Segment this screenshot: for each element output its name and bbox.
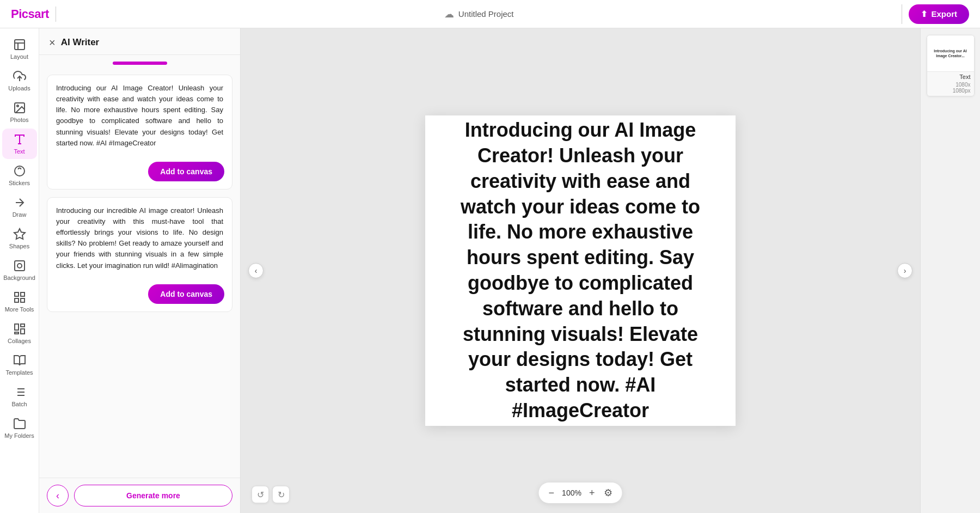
- more-tools-icon: [13, 291, 26, 304]
- logo-text: Picsart: [11, 7, 49, 21]
- sidebar-item-collages[interactable]: Collages: [2, 318, 37, 349]
- sidebar-label-uploads: Uploads: [8, 85, 30, 91]
- right-thumbnails-panel: Introducing our AI Image Creator... Text…: [920, 28, 980, 513]
- sidebar-item-more-tools[interactable]: More Tools: [2, 286, 37, 317]
- panel-header: × AI Writer: [39, 28, 240, 55]
- canvas-zoom-bar: − 100% + ⚙: [538, 483, 622, 503]
- sidebar-label-shapes: Shapes: [9, 243, 29, 249]
- export-button[interactable]: ⬆ Export: [909, 4, 969, 24]
- redo-button[interactable]: ↻: [272, 486, 290, 503]
- topbar-divider: [56, 7, 56, 22]
- svg-rect-15: [15, 292, 19, 296]
- topbar-right-divider: [902, 4, 902, 24]
- sidebar-item-photos[interactable]: Photos: [2, 97, 37, 127]
- svg-rect-18: [21, 298, 24, 302]
- result-text-1: Introducing our AI Image Creator! Unleas…: [47, 75, 232, 156]
- thumbnail-preview-text: Introducing our AI Image Creator...: [929, 48, 972, 58]
- add-to-canvas-button-1[interactable]: Add to canvas: [148, 162, 224, 181]
- sidebar-label-stickers: Stickers: [9, 180, 30, 186]
- sidebar-label-batch: Batch: [11, 401, 27, 407]
- canvas-area: ‹ Introducing our AI Image Creator! Unle…: [241, 28, 920, 513]
- svg-rect-19: [15, 324, 19, 330]
- svg-rect-0: [15, 40, 24, 50]
- text-icon: [13, 133, 26, 146]
- topbar-left: Picsart: [11, 7, 56, 22]
- redo-icon: ↻: [278, 490, 285, 500]
- sidebar-label-text: Text: [14, 148, 24, 155]
- settings-icon: ⚙: [604, 487, 612, 498]
- result-card-1: Introducing our AI Image Creator! Unleas…: [47, 75, 232, 190]
- generate-more-button[interactable]: Generate more: [74, 485, 232, 506]
- svg-rect-17: [15, 298, 19, 302]
- nav-left-icon: ‹: [255, 266, 258, 275]
- topbar-right: ⬆ Export: [902, 4, 969, 24]
- svg-point-5: [17, 105, 19, 107]
- collages-icon: [13, 322, 26, 335]
- back-button[interactable]: ‹: [47, 485, 69, 506]
- thumbnail-label: Text: [927, 71, 974, 82]
- canvas-main-text: Introducing our AI Image Creator! Unleas…: [442, 118, 719, 424]
- sidebar-label-templates: Templates: [5, 369, 33, 376]
- topbar: Picsart ☁ Untitled Project ⬆ Export: [0, 0, 980, 28]
- sidebar-item-my-folders[interactable]: My Folders: [2, 413, 37, 443]
- logo-color-part: Pics: [11, 7, 34, 21]
- sticker-icon: [13, 164, 26, 178]
- svg-rect-16: [21, 292, 24, 296]
- nav-right-icon: ›: [904, 266, 906, 275]
- sidebar-item-uploads[interactable]: Uploads: [2, 65, 37, 96]
- result-card-2: Introducing our incredible AI image crea…: [47, 197, 232, 312]
- sidebar-label-photos: Photos: [10, 117, 28, 123]
- sidebar-item-batch[interactable]: Batch: [2, 381, 37, 412]
- cloud-icon: ☁: [444, 8, 454, 20]
- zoom-in-button[interactable]: +: [587, 486, 597, 500]
- svg-point-14: [17, 264, 22, 268]
- undo-icon: ↺: [257, 490, 264, 500]
- photo-icon: [13, 101, 26, 114]
- undo-button[interactable]: ↺: [252, 486, 269, 503]
- panel-close-button[interactable]: ×: [49, 37, 56, 48]
- sidebar-item-shapes[interactable]: Shapes: [2, 223, 37, 254]
- svg-marker-12: [14, 229, 25, 239]
- add-to-canvas-button-2[interactable]: Add to canvas: [148, 284, 224, 304]
- sidebar-item-stickers[interactable]: Stickers: [2, 160, 37, 191]
- thumbnail-size: 1080x1080px: [927, 82, 974, 96]
- panel-footer: ‹ Generate more: [39, 478, 240, 513]
- sidebar-label-more-tools: More Tools: [5, 306, 34, 313]
- canvas-undoredo: ↺ ↻: [252, 486, 290, 503]
- sidebar-item-templates[interactable]: Templates: [2, 350, 37, 380]
- layout-icon: [13, 38, 26, 51]
- panel-scroll-area: Introducing our AI Image Creator! Unleas…: [39, 55, 240, 478]
- thumbnail-card-1[interactable]: Introducing our AI Image Creator... Text…: [927, 35, 975, 96]
- sidebar-label-collages: Collages: [8, 338, 31, 344]
- canvas-document[interactable]: Introducing our AI Image Creator! Unleas…: [425, 115, 736, 426]
- canvas-settings-button[interactable]: ⚙: [602, 486, 615, 500]
- zoom-out-button[interactable]: −: [546, 486, 556, 500]
- main-area: Layout Uploads Photos Text: [0, 28, 980, 513]
- svg-rect-21: [21, 329, 24, 334]
- zoom-in-icon: +: [589, 487, 595, 498]
- ai-writer-panel: × AI Writer Introducing our AI Image Cre…: [39, 28, 241, 513]
- sidebar-item-text[interactable]: Text: [2, 129, 37, 159]
- sidebar-item-background[interactable]: Background: [2, 255, 37, 285]
- sidebar-label-background: Background: [3, 274, 35, 281]
- sidebar-label-my-folders: My Folders: [4, 432, 34, 439]
- folders-icon: [13, 417, 26, 430]
- sidebar-label-layout: Layout: [10, 53, 28, 60]
- back-icon: ‹: [56, 490, 59, 502]
- upload-icon: [13, 70, 26, 83]
- canvas-nav-right[interactable]: ›: [897, 263, 912, 278]
- svg-rect-20: [21, 324, 24, 327]
- result-text-2: Introducing our incredible AI image crea…: [47, 198, 232, 279]
- project-title[interactable]: Untitled Project: [458, 9, 514, 19]
- result-actions-2: Add to canvas: [47, 279, 232, 312]
- logo: Picsart: [11, 7, 49, 21]
- sidebar: Layout Uploads Photos Text: [0, 28, 39, 513]
- templates-icon: [13, 354, 26, 367]
- purple-bar-wrap: [47, 62, 232, 67]
- draw-icon: [13, 196, 26, 209]
- sidebar-item-draw[interactable]: Draw: [2, 192, 37, 222]
- thumbnail-preview: Introducing our AI Image Creator...: [927, 35, 974, 71]
- canvas-nav-left[interactable]: ‹: [248, 263, 264, 278]
- export-icon: ⬆: [921, 9, 928, 19]
- sidebar-item-layout[interactable]: Layout: [2, 34, 37, 64]
